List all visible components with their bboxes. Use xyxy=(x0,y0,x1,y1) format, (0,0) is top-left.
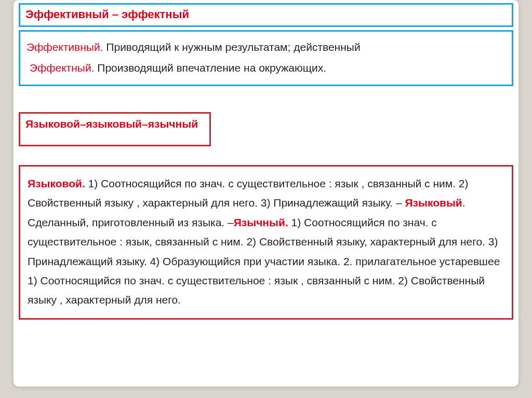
section2-definition-box: Языковой. 1) Соотносящийся по знач. с су… xyxy=(19,165,513,320)
section2-part3: 1) Соотносящийся по знач. с существитель… xyxy=(28,216,500,306)
section1-def1: . Приводящий к нужным результатам; дейст… xyxy=(100,41,361,53)
page-background: Эффективный – эффектный Эффективный. При… xyxy=(0,0,532,398)
section2-term1: Языковой. xyxy=(28,177,85,189)
section1-term2: Эффектный. xyxy=(30,62,95,74)
section2-title-box: Языковой–языковый–язычный xyxy=(19,112,211,146)
section1-title: Эффективный – эффектный xyxy=(25,8,189,21)
section1-title-box: Эффективный – эффектный xyxy=(19,3,513,27)
section1-def2: Производящий впечатление на окружающих. xyxy=(94,62,326,74)
section2-term2: Языковый xyxy=(405,197,462,209)
section2-part1: 1) Соотносящийся по знач. с существитель… xyxy=(28,177,469,209)
section2-term3: Язычный. xyxy=(234,216,288,228)
section1-term1: Эффективный xyxy=(26,41,100,53)
section1-definition-box: Эффективный. Приводящий к нужным результ… xyxy=(19,30,513,86)
slide-card: Эффективный – эффектный Эффективный. При… xyxy=(14,0,518,387)
section2-title: Языковой–языковый–язычный xyxy=(25,118,198,130)
